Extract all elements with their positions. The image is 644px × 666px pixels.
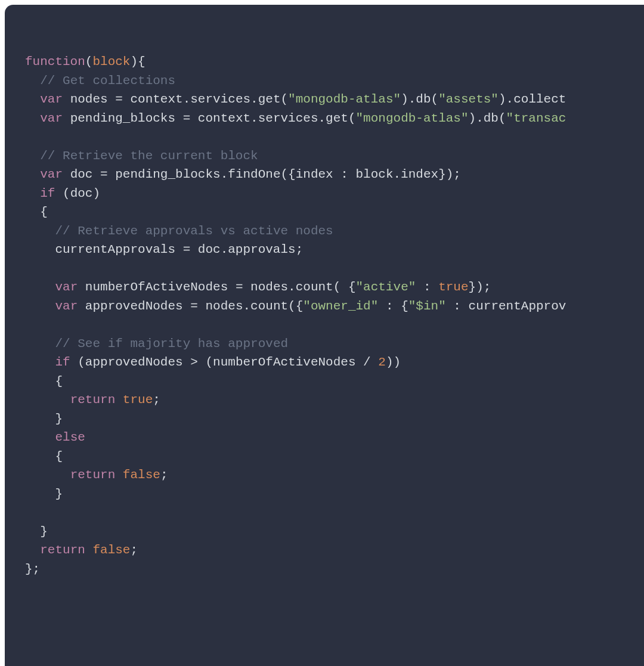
code-token-param: block (92, 55, 130, 69)
code-token-string: "owner_id" (303, 299, 378, 313)
code-token-punct (25, 74, 40, 88)
code-token-punct (25, 543, 40, 557)
code-token-ident: : currentApprov (446, 299, 566, 313)
code-token-keyword: var (55, 299, 78, 313)
code-token-punct (25, 92, 40, 106)
code-line: }; (25, 560, 644, 579)
code-token-ident: ; (153, 393, 160, 407)
code-line: { (25, 372, 644, 391)
code-token-ident: }; (25, 562, 40, 576)
code-line: // Get collections (25, 72, 644, 91)
code-line: currentApprovals = doc.approvals; (25, 240, 644, 259)
code-line: if (approvedNodes > (numberOfActiveNodes… (25, 353, 644, 372)
code-token-ident: } (25, 487, 63, 501)
code-token-punct (25, 111, 40, 125)
code-token-ident (115, 468, 123, 482)
code-token-bool: true (438, 280, 468, 294)
code-line: { (25, 447, 644, 466)
code-token-ident: ; (160, 468, 168, 482)
code-token-punct (25, 430, 55, 444)
code-token-ident (85, 543, 93, 557)
code-line: var approvedNodes = nodes.count({"owner_… (25, 297, 644, 316)
code-line: if (doc) (25, 184, 644, 203)
code-token-comment: // Retrieve the current block (40, 149, 258, 163)
code-token-punct (25, 337, 55, 351)
code-token-keyword: var (55, 280, 78, 294)
code-line: // See if majority has approved (25, 334, 644, 354)
code-token-string: "assets" (438, 92, 499, 106)
code-line: var nodes = context.services.get("mongod… (25, 90, 644, 109)
code-token-keyword: if (40, 187, 55, 200)
code-token-keyword: var (40, 168, 63, 181)
code-token-ident: nodes = context.services.get( (63, 92, 288, 106)
code-line: return true; (25, 391, 644, 410)
code-line: // Retrieve the current block (25, 147, 644, 166)
code-line: // Retrieve approvals vs active nodes (25, 222, 644, 241)
code-line: else (25, 428, 644, 447)
code-token-punct (25, 168, 40, 181)
code-token-ident: } (25, 412, 63, 426)
code-token-keyword: if (55, 355, 70, 369)
code-token-ident: : (416, 280, 438, 294)
code-block: function(block){ // Get collections var … (5, 5, 644, 578)
code-token-comment: // See if majority has approved (55, 337, 288, 351)
code-token-punct: ( (85, 55, 93, 69)
code-line: var pending_blocks = context.services.ge… (25, 109, 644, 128)
code-token-punct: ){ (130, 55, 145, 69)
code-token-ident: ).db( (401, 92, 438, 106)
code-line: return false; (25, 466, 644, 485)
code-token-comment: // Retrieve approvals vs active nodes (55, 224, 333, 238)
code-token-string: "mongodb-atlas" (288, 92, 401, 106)
code-token-punct (25, 224, 55, 238)
code-token-ident: } (25, 525, 48, 538)
code-token-punct (25, 149, 40, 163)
code-token-comment: // Get collections (40, 74, 175, 88)
code-token-ident: { (25, 450, 63, 463)
code-token-keyword: var (40, 111, 63, 125)
code-line: } (25, 485, 644, 504)
code-line (25, 259, 644, 278)
code-line (25, 503, 644, 522)
code-panel: function(block){ // Get collections var … (5, 5, 644, 666)
code-token-ident: numberOfActiveNodes = nodes.count( { (78, 280, 355, 294)
code-token-ident: currentApprovals = doc.approvals; (25, 243, 303, 256)
code-token-punct (25, 299, 55, 313)
code-token-ident: approvedNodes = nodes.count({ (78, 299, 303, 313)
code-token-bool: true (123, 393, 153, 407)
code-token-ident: { (25, 374, 63, 388)
code-token-punct (25, 393, 70, 407)
code-line: var doc = pending_blocks.findOne({index … (25, 165, 644, 184)
code-token-ident: : { (378, 299, 408, 313)
code-token-string: "transac (506, 111, 566, 125)
code-token-string: "mongodb-atlas" (356, 111, 469, 125)
code-token-ident: ).collect (499, 92, 566, 106)
code-token-ident: )) (386, 355, 401, 369)
code-token-ident: { (25, 205, 48, 219)
code-line: return false; (25, 541, 644, 560)
code-token-keyword: function (25, 55, 85, 69)
code-token-keyword: var (40, 92, 63, 106)
code-token-ident: doc = pending_blocks.findOne({index : bl… (63, 168, 461, 181)
code-token-keyword: return (70, 468, 116, 482)
code-line: var numberOfActiveNodes = nodes.count( {… (25, 278, 644, 297)
code-token-number: 2 (378, 355, 386, 369)
code-line: function(block){ (25, 52, 644, 72)
code-token-keyword: return (40, 543, 85, 557)
code-token-ident: pending_blocks = context.services.get( (63, 111, 355, 125)
code-token-bool: false (92, 543, 130, 557)
code-line: } (25, 410, 644, 429)
code-token-ident: (approvedNodes > (numberOfActiveNodes / (70, 355, 379, 369)
code-line: } (25, 522, 644, 541)
code-token-keyword: return (70, 393, 116, 407)
code-token-punct (25, 355, 55, 369)
code-token-ident: (doc) (55, 187, 100, 200)
code-token-ident: ).db( (469, 111, 506, 125)
code-line (25, 315, 644, 334)
code-token-punct (25, 280, 55, 294)
code-token-ident: ; (130, 543, 138, 557)
code-line: { (25, 203, 644, 222)
code-token-ident (115, 393, 123, 407)
code-token-punct (25, 468, 70, 482)
code-line (25, 128, 644, 147)
code-token-ident: }); (469, 280, 491, 294)
